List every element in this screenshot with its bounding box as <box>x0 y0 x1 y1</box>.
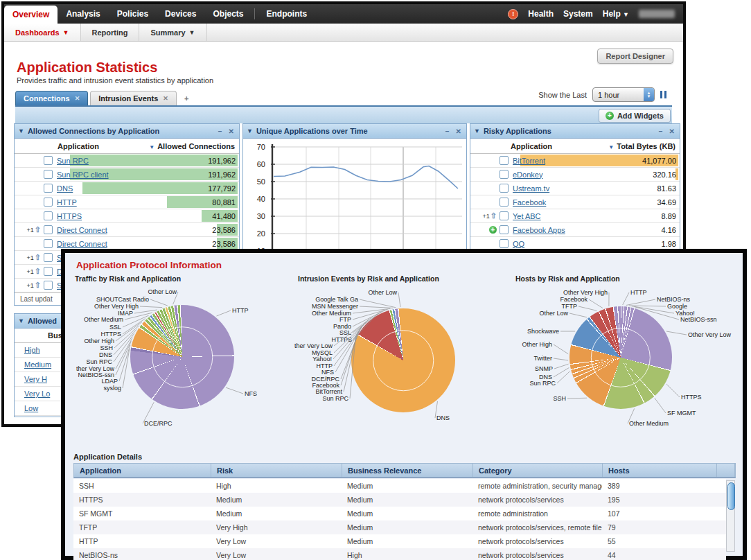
col-application[interactable]: Application <box>511 142 552 150</box>
details-cell: network protocols/services <box>472 534 602 548</box>
pie-slice-label: Google Talk Ga <box>315 296 358 303</box>
pie-slice-label: Other Low <box>539 310 568 317</box>
application-link[interactable]: Facebook Apps <box>513 226 565 234</box>
col-application[interactable]: Application <box>58 142 99 150</box>
prefix-count: +1 <box>27 282 34 289</box>
collapse-chevron-icon[interactable]: ▼ <box>474 128 480 134</box>
row-checkbox[interactable] <box>44 267 53 276</box>
details-col-category[interactable]: Category <box>473 464 603 477</box>
username-redacted[interactable] <box>639 10 675 18</box>
details-cell: TFTP <box>73 520 211 534</box>
new-tab-button[interactable]: + <box>179 91 194 105</box>
pie-slice-label: NFS <box>321 369 334 376</box>
details-col-hosts[interactable]: Hosts <box>603 464 717 477</box>
collapse-chevron-icon[interactable]: ▼ <box>18 317 24 324</box>
application-link[interactable]: HTTP <box>57 198 77 207</box>
dashboard-tab-intrusion-events[interactable]: Intrusion Events✕ <box>90 91 177 105</box>
application-link[interactable]: eDonkey <box>513 170 542 179</box>
business-relevance-link[interactable]: Medium <box>24 360 51 369</box>
row-checkbox[interactable] <box>500 198 509 207</box>
details-col-business-relevance[interactable]: Business Relevance <box>342 464 473 477</box>
details-col-risk[interactable]: Risk <box>211 464 342 477</box>
application-link[interactable]: Facebook <box>513 198 546 207</box>
scrollbar-track[interactable] <box>726 480 735 552</box>
minimize-icon[interactable]: − <box>218 128 222 135</box>
dashboard-tab-connections[interactable]: Connections✕ <box>15 91 88 105</box>
chevron-down-icon: ▼ <box>189 29 195 36</box>
row-checkbox[interactable] <box>500 225 509 234</box>
row-checkbox[interactable] <box>44 253 53 262</box>
application-link[interactable]: Yet ABC <box>513 212 541 220</box>
row-checkbox[interactable] <box>500 184 509 193</box>
widget-header[interactable]: ▼ Allowed Connections by Application −✕ <box>15 124 239 139</box>
time-range-select[interactable]: 1 hour ▲▼ <box>592 87 655 102</box>
nav-tab-endpoints[interactable]: Endpoints <box>258 4 315 24</box>
row-checkbox[interactable] <box>44 211 53 220</box>
nav-tab-analysis[interactable]: Analysis <box>58 4 108 24</box>
row-checkbox[interactable] <box>44 239 53 248</box>
tab-close-icon[interactable]: ✕ <box>163 95 168 102</box>
report-designer-button[interactable]: Report Designer <box>597 49 673 64</box>
row-checkbox[interactable] <box>44 198 53 207</box>
row-checkbox[interactable] <box>500 211 509 220</box>
application-link[interactable]: Direct Connect <box>57 226 107 234</box>
application-link[interactable]: QQ <box>513 240 524 248</box>
minimize-icon[interactable]: − <box>659 128 663 135</box>
pie-slice-label: SSL <box>109 324 121 331</box>
close-icon[interactable]: ✕ <box>456 128 461 135</box>
close-icon[interactable]: ✕ <box>229 128 234 135</box>
details-col-application[interactable]: Application <box>74 464 211 477</box>
row-checkbox[interactable] <box>44 170 53 179</box>
add-icon: + <box>489 226 497 234</box>
minimize-icon[interactable]: − <box>445 128 450 135</box>
details-cell: HTTPS <box>73 493 211 507</box>
row-checkbox[interactable] <box>500 170 509 179</box>
nav-tab-policies[interactable]: Policies <box>109 4 157 24</box>
row-checkbox[interactable] <box>44 281 53 290</box>
business-relevance-link[interactable]: Very Lo <box>24 390 50 398</box>
row-checkbox[interactable] <box>44 225 53 234</box>
application-link[interactable]: BitTorrent <box>513 157 545 165</box>
application-link[interactable]: DNS <box>57 184 73 193</box>
business-relevance-link[interactable]: Very H <box>24 375 47 383</box>
nav-help[interactable]: Help ▼ <box>603 9 629 19</box>
business-relevance-link[interactable]: Low <box>24 404 38 412</box>
row-value: 81.63 <box>657 184 676 193</box>
col-total-bytes[interactable]: ▼Total Bytes (KB) <box>608 142 675 150</box>
details-cell: 107 <box>602 507 716 520</box>
row-checkbox[interactable] <box>500 239 509 248</box>
row-checkbox[interactable] <box>44 156 53 165</box>
subnav-item-summary[interactable]: Summary▼ <box>139 24 206 41</box>
subnav-item-dashboards[interactable]: Dashboards▼ <box>4 24 81 41</box>
nav-tab-overview[interactable]: Overview <box>4 6 58 24</box>
tab-label: Intrusion Events <box>98 94 158 103</box>
application-link[interactable]: Sun RPC client <box>57 170 109 179</box>
scrollbar-thumb[interactable] <box>727 482 735 510</box>
nav-tab-objects[interactable]: Objects <box>204 4 251 24</box>
application-link[interactable]: Ustream.tv <box>513 184 549 193</box>
business-relevance-link[interactable]: High <box>24 346 40 354</box>
col-allowed-connections[interactable]: ▼Allowed Connections <box>149 142 235 150</box>
application-link[interactable]: HTTPS <box>57 212 82 220</box>
details-cell: network protocols/services, remote file … <box>472 520 602 534</box>
row-checkbox[interactable] <box>500 156 509 165</box>
pause-button[interactable] <box>660 91 666 98</box>
tab-close-icon[interactable]: ✕ <box>75 95 80 102</box>
close-icon[interactable]: ✕ <box>669 128 675 135</box>
application-link[interactable]: Sun RPC <box>57 157 89 165</box>
collapse-chevron-icon[interactable]: ▼ <box>18 128 24 134</box>
application-link[interactable]: Direct Connect <box>57 240 107 248</box>
pie-slice-label: DNS <box>436 414 450 421</box>
nav-health[interactable]: Health <box>528 9 554 19</box>
details-cell: Medium <box>342 507 472 520</box>
nav-tab-devices[interactable]: Devices <box>157 4 204 24</box>
collapse-chevron-icon[interactable]: ▼ <box>247 128 253 134</box>
page-title: Application Statistics <box>17 60 157 76</box>
add-widgets-button[interactable]: + Add Widgets <box>599 109 671 123</box>
nav-system[interactable]: System <box>563 9 593 19</box>
subnav-item-reporting[interactable]: Reporting <box>81 24 140 41</box>
widget-header[interactable]: ▼ Risky Applications −✕ <box>470 124 680 139</box>
pie-chart-2: Other LowGoogle Talk GaMSN MessengerOthe… <box>294 283 515 437</box>
row-checkbox[interactable] <box>44 184 53 193</box>
widget-header[interactable]: ▼ Unique Applications over Time −✕ <box>243 124 466 139</box>
